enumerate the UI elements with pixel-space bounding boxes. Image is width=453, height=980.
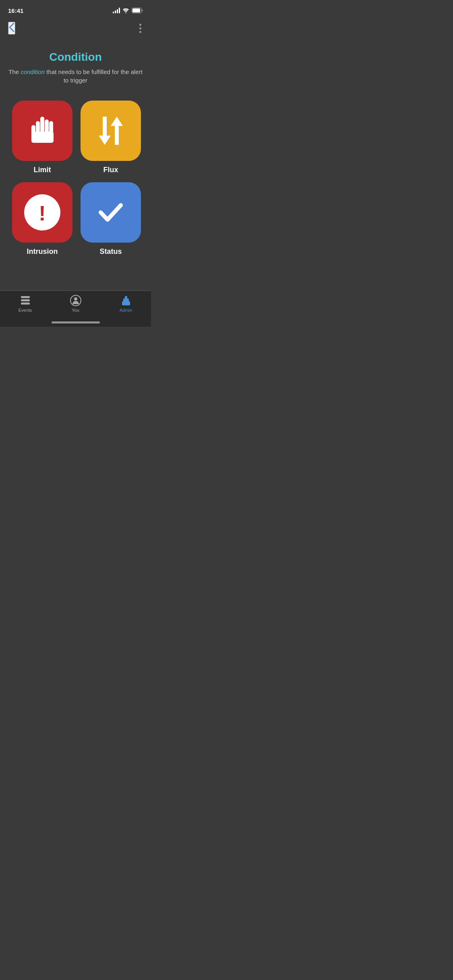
status-time: 16:41: [8, 7, 23, 14]
limit-label: Limit: [34, 166, 51, 174]
status-option[interactable]: Status: [81, 182, 141, 256]
exclamation-icon: !: [39, 203, 46, 224]
limit-option[interactable]: Limit: [12, 101, 72, 174]
flux-icon-bg: [81, 101, 141, 161]
signal-icon: [113, 8, 120, 13]
back-button[interactable]: [8, 22, 15, 35]
intrusion-label: Intrusion: [27, 247, 58, 256]
flux-icon: [97, 115, 125, 147]
nav-bar: [0, 18, 151, 39]
limit-icon-bg: [12, 101, 72, 161]
flux-label: Flux: [103, 166, 118, 174]
svg-marker-9: [111, 117, 123, 145]
hand-icon: [27, 115, 58, 147]
home-indicator: [52, 321, 100, 323]
svg-rect-13: [21, 303, 30, 305]
flux-option[interactable]: Flux: [81, 101, 141, 174]
subtitle-highlight: condition: [21, 68, 45, 75]
checkmark-icon: [95, 196, 127, 229]
svg-rect-8: [31, 132, 54, 143]
svg-rect-2: [132, 8, 140, 12]
svg-point-15: [74, 297, 77, 301]
you-tab-icon: [70, 295, 81, 306]
svg-marker-10: [99, 117, 111, 145]
wifi-icon: [122, 8, 129, 13]
more-menu-button[interactable]: [138, 22, 143, 35]
status-icon-bg: [81, 182, 141, 243]
battery-icon: [132, 8, 143, 13]
tab-you[interactable]: You: [50, 295, 101, 313]
svg-rect-11: [21, 296, 30, 298]
subtitle-before: The: [8, 68, 21, 75]
events-tab-label: Events: [19, 308, 32, 313]
page-title: Condition: [49, 51, 102, 64]
status-icons: [113, 8, 143, 13]
intrusion-icon-bg: !: [12, 182, 72, 243]
status-bar: 16:41: [0, 0, 151, 18]
options-grid: Limit Flux ! Intrusion: [8, 101, 143, 256]
svg-rect-18: [125, 296, 127, 299]
svg-rect-3: [40, 117, 44, 134]
main-content: Condition The condition that needs to be…: [0, 39, 151, 256]
intrusion-circle: !: [24, 194, 60, 231]
intrusion-option[interactable]: ! Intrusion: [12, 182, 72, 256]
you-tab-label: You: [72, 308, 79, 313]
page-subtitle: The condition that needs to be fulfilled…: [8, 68, 143, 84]
admin-tab-icon: [120, 295, 132, 306]
svg-rect-12: [21, 299, 30, 301]
svg-point-0: [125, 12, 126, 13]
status-label: Status: [99, 247, 122, 256]
tab-admin[interactable]: Admin: [101, 295, 151, 313]
subtitle-after: that needs to be fulfilled for the alert…: [45, 68, 143, 84]
tab-events[interactable]: Events: [0, 295, 50, 313]
admin-tab-label: Admin: [120, 308, 132, 313]
events-tab-icon: [20, 295, 31, 306]
